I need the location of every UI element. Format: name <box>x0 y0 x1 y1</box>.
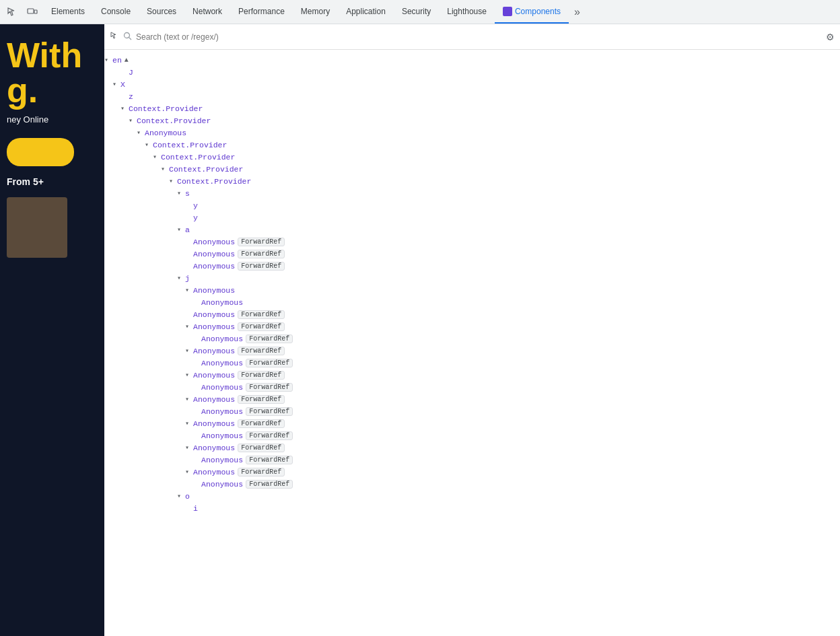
forward-ref-tag: ForwardRef <box>238 322 285 331</box>
tree-node[interactable]: o <box>104 490 840 502</box>
tree-node[interactable]: AnonymousForwardRef <box>104 260 840 272</box>
tree-node[interactable]: AnonymousForwardRef <box>104 429 840 441</box>
tree-node[interactable]: Anonymous <box>104 284 840 296</box>
component-name: Anonymous <box>193 371 235 380</box>
tree-arrow-expanded[interactable] <box>145 141 153 149</box>
tree-node[interactable]: AnonymousForwardRef <box>104 454 840 466</box>
forward-ref-tag: ForwardRef <box>238 371 285 380</box>
tab-lighthouse[interactable]: Lighthouse <box>439 0 495 24</box>
tab-memory[interactable]: Memory <box>293 0 338 24</box>
tree-node[interactable]: AnonymousForwardRef <box>104 236 840 248</box>
component-name: Anonymous <box>145 129 186 137</box>
component-name: Anonymous <box>193 250 235 258</box>
tree-node[interactable]: AnonymousForwardRef <box>104 320 840 332</box>
tab-application[interactable]: Application <box>338 0 394 24</box>
tree-arrow-expanded[interactable] <box>104 56 112 64</box>
tab-console[interactable]: Console <box>93 0 139 24</box>
tree-node[interactable]: AnonymousForwardRef <box>104 466 840 478</box>
tree-arrow-expanded[interactable] <box>129 116 137 125</box>
tree-node[interactable]: i <box>104 502 840 514</box>
forward-ref-tag: ForwardRef <box>238 310 285 319</box>
component-name: Anonymous <box>201 383 243 392</box>
tree-node[interactable]: j <box>104 272 840 284</box>
tree-arrow-expanded[interactable] <box>177 274 185 282</box>
tree-arrow-expanded[interactable] <box>185 419 193 427</box>
component-name: Context.Provider <box>129 104 203 113</box>
tab-security[interactable]: Security <box>394 0 439 24</box>
tab-performance[interactable]: Performance <box>230 0 293 24</box>
tree-arrow-expanded[interactable] <box>185 468 193 476</box>
component-name: Anonymous <box>193 444 235 452</box>
forward-ref-tag: ForwardRef <box>246 431 293 440</box>
tree-arrow-expanded[interactable] <box>137 129 145 137</box>
search-input[interactable] <box>136 32 822 42</box>
tree-node[interactable]: AnonymousForwardRef <box>104 393 840 405</box>
tree-node[interactable]: a <box>104 223 840 236</box>
component-name: o <box>185 492 190 501</box>
tree-node[interactable]: AnonymousForwardRef <box>104 345 840 357</box>
tree-node[interactable]: AnonymousForwardRef <box>104 369 840 381</box>
tree-node[interactable]: AnonymousForwardRef <box>104 441 840 454</box>
component-name: a <box>185 225 190 234</box>
tree-node[interactable]: Context.Provider <box>104 102 840 114</box>
more-tabs-btn[interactable]: » <box>569 2 586 22</box>
component-name: Anonymous <box>201 480 243 489</box>
tree-arrow-expanded[interactable] <box>185 371 193 379</box>
tree-arrow-expanded[interactable] <box>185 395 193 403</box>
tree-node[interactable]: Context.Provider <box>104 163 840 175</box>
tree-node[interactable]: y <box>104 211 840 223</box>
tree-arrow-expanded[interactable] <box>185 286 193 294</box>
search-bar: ⚙ <box>104 24 840 50</box>
tree-node[interactable]: AnonymousForwardRef <box>104 248 840 260</box>
tree-node[interactable]: Context.Provider <box>104 175 840 187</box>
tree-arrow-expanded[interactable] <box>177 225 185 234</box>
tree-node[interactable]: AnonymousForwardRef <box>104 478 840 490</box>
tab-network[interactable]: Network <box>184 0 230 24</box>
tree-node[interactable]: AnonymousForwardRef <box>104 308 840 320</box>
tree-node[interactable]: Context.Provider <box>104 139 840 151</box>
tree-node[interactable]: Anonymous <box>104 127 840 139</box>
tree-arrow-expanded[interactable] <box>112 80 120 88</box>
tree-arrow-expanded[interactable] <box>120 104 129 112</box>
forward-ref-tag: ForwardRef <box>246 383 293 392</box>
forward-ref-tag: ForwardRef <box>238 238 285 246</box>
tree-arrow-expanded[interactable] <box>185 322 193 330</box>
tree-node[interactable]: AnonymousForwardRef <box>104 405 840 417</box>
tree-node[interactable]: en▲ <box>104 54 840 66</box>
tab-components[interactable]: Components <box>495 0 569 24</box>
component-name: X <box>120 80 125 89</box>
tree-arrow-expanded[interactable] <box>169 177 177 185</box>
component-name: Context.Provider <box>137 116 211 125</box>
forward-ref-tag: ForwardRef <box>246 456 293 464</box>
component-name: Anonymous <box>201 359 243 367</box>
settings-gear-icon[interactable]: ⚙ <box>826 32 835 42</box>
tree-arrow-expanded[interactable] <box>177 189 185 197</box>
inspect-element-btn[interactable] <box>3 3 22 22</box>
forward-ref-tag: ForwardRef <box>238 419 285 428</box>
tree-node[interactable]: AnonymousForwardRef <box>104 417 840 429</box>
tree-arrow-expanded[interactable] <box>177 492 185 500</box>
tree-node[interactable]: Anonymous <box>104 296 840 308</box>
tree-arrow-expanded[interactable] <box>185 347 193 355</box>
component-tree[interactable]: en▲JXzContext.ProviderContext.ProviderAn… <box>104 50 840 636</box>
select-component-icon[interactable] <box>110 31 119 42</box>
component-name: Anonymous <box>193 310 235 319</box>
tree-node[interactable]: AnonymousForwardRef <box>104 357 840 369</box>
tree-node[interactable]: z <box>104 90 840 102</box>
tree-node[interactable]: y <box>104 199 840 211</box>
tree-arrow-expanded[interactable] <box>161 165 169 173</box>
tree-node[interactable]: X <box>104 78 840 90</box>
tree-node[interactable]: AnonymousForwardRef <box>104 332 840 345</box>
tab-sources[interactable]: Sources <box>139 0 184 24</box>
tab-elements[interactable]: Elements <box>43 0 93 24</box>
tree-node[interactable]: AnonymousForwardRef <box>104 381 840 393</box>
tree-node[interactable]: Context.Provider <box>104 114 840 127</box>
tree-arrow-expanded[interactable] <box>185 444 193 452</box>
tree-arrow-expanded[interactable] <box>153 153 161 161</box>
tree-node[interactable]: J <box>104 66 840 78</box>
device-toolbar-btn[interactable] <box>23 3 42 22</box>
tree-node[interactable]: Context.Provider <box>104 151 840 163</box>
component-name: Anonymous <box>201 407 243 416</box>
tree-node[interactable]: s <box>104 187 840 199</box>
component-name: Anonymous <box>193 347 235 355</box>
